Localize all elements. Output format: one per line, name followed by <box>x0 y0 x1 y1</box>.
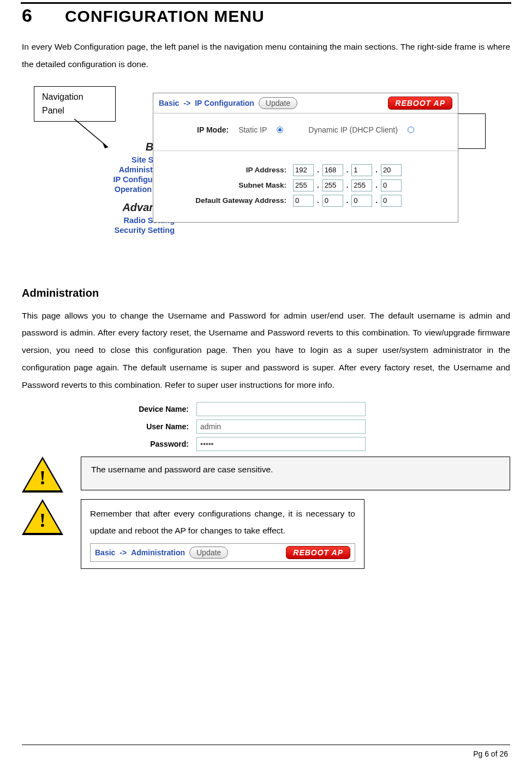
password-label: Password: <box>98 440 196 448</box>
footer-rule <box>22 745 510 745</box>
reboot-button[interactable]: REBOOT AP <box>286 546 350 559</box>
chapter-title: CONFIGURATION MENU <box>65 7 265 26</box>
user-name-input[interactable] <box>196 419 366 434</box>
reboot-button[interactable]: REBOOT AP <box>388 97 452 110</box>
ip-mode-dynamic-radio[interactable] <box>408 127 414 133</box>
nav-link-security-setting[interactable]: Security Setting <box>82 226 175 235</box>
figure-ip-configuration: Navigation Panel Configuration Panel Bas… <box>22 81 510 277</box>
admin-form: Device Name: User Name: Password: <box>98 402 510 451</box>
password-input[interactable] <box>196 437 366 451</box>
breadcrumb-current: IP Configuration <box>195 99 254 107</box>
ip-mode-static-radio[interactable] <box>277 127 283 133</box>
mask-octet-2[interactable] <box>322 179 343 191</box>
device-name-label: Device Name: <box>98 405 196 413</box>
breadcrumb: Basic -> IP Configuration Update REBOOT … <box>153 93 458 113</box>
warning-text: Remember that after every configurations… <box>90 505 355 539</box>
chapter-number: 6 <box>22 5 32 26</box>
gw-octet-4[interactable] <box>381 195 402 207</box>
user-name-label: User Name: <box>98 422 196 431</box>
mask-octet-1[interactable] <box>293 179 314 191</box>
warning-icon: ! <box>22 499 64 537</box>
breadcrumb-root: Basic <box>159 99 179 107</box>
gateway-label: Default Gateway Address: <box>164 196 290 205</box>
warning-icon: ! <box>22 457 64 495</box>
breadcrumb-arrow: -> <box>183 99 190 107</box>
warning-box-case-sensitive: The username and password are case sensi… <box>81 457 510 490</box>
device-name-input[interactable] <box>196 402 366 416</box>
administration-paragraph: This page allows you to change the Usern… <box>22 307 510 394</box>
warning-box-reboot: Remember that after every configurations… <box>81 499 364 569</box>
breadcrumb-current: Administration <box>131 548 185 557</box>
ip-mode-static-label: Static IP <box>238 125 267 134</box>
ip-octet-2[interactable] <box>322 164 343 176</box>
ip-mode-dynamic-label: Dynamic IP (DHCP Client) <box>308 125 398 134</box>
ip-octet-4[interactable] <box>381 164 402 176</box>
ip-octet-1[interactable] <box>293 164 314 176</box>
mini-breadcrumb-bar: Basic -> Administration Update REBOOT AP <box>90 543 355 562</box>
intro-paragraph: In every Web Configuration page, the lef… <box>22 38 510 73</box>
breadcrumb-arrow: -> <box>119 548 127 557</box>
mask-octet-3[interactable] <box>351 179 372 191</box>
ip-octet-3[interactable] <box>351 164 372 176</box>
page-number: Pg 6 of 26 <box>473 749 508 758</box>
ip-mode-label: IP Mode: <box>197 125 229 134</box>
ip-address-label: IP Address: <box>164 166 290 174</box>
configuration-panel: Basic -> IP Configuration Update REBOOT … <box>153 93 458 223</box>
subnet-mask-label: Subnet Mask: <box>164 181 290 189</box>
mask-octet-4[interactable] <box>381 179 402 191</box>
gw-octet-1[interactable] <box>293 195 314 207</box>
breadcrumb-root: Basic <box>95 548 115 557</box>
gw-octet-3[interactable] <box>351 195 372 207</box>
update-button[interactable]: Update <box>259 97 297 109</box>
update-button[interactable]: Update <box>189 547 228 559</box>
callout-navigation-panel: Navigation Panel <box>34 86 116 122</box>
section-heading-administration: Administration <box>22 287 510 299</box>
gw-octet-2[interactable] <box>322 195 343 207</box>
